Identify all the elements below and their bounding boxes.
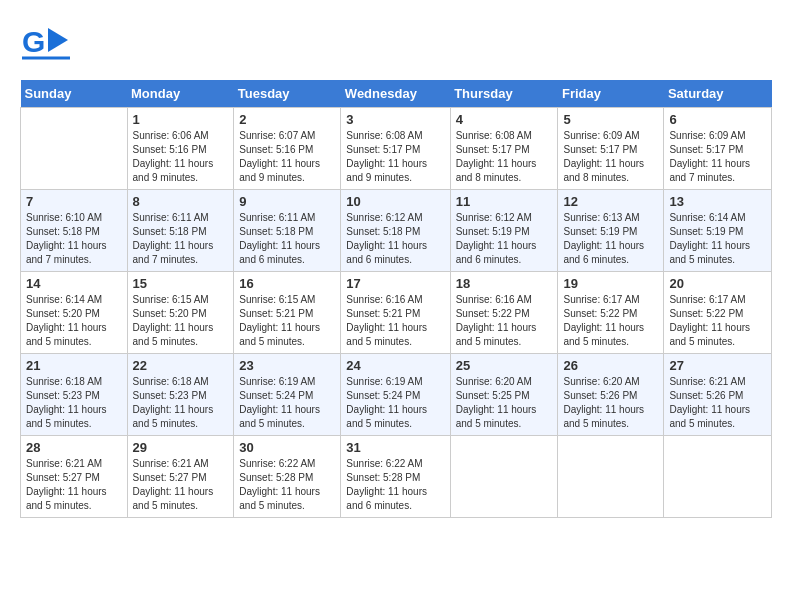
- day-number: 7: [26, 194, 122, 209]
- calendar-cell: 4Sunrise: 6:08 AM Sunset: 5:17 PM Daylig…: [450, 108, 558, 190]
- calendar-cell: 21Sunrise: 6:18 AM Sunset: 5:23 PM Dayli…: [21, 354, 128, 436]
- weekday-header: Wednesday: [341, 80, 450, 108]
- day-number: 18: [456, 276, 553, 291]
- calendar-cell: 1Sunrise: 6:06 AM Sunset: 5:16 PM Daylig…: [127, 108, 234, 190]
- weekday-header: Friday: [558, 80, 664, 108]
- calendar-cell: 24Sunrise: 6:19 AM Sunset: 5:24 PM Dayli…: [341, 354, 450, 436]
- day-detail: Sunrise: 6:09 AM Sunset: 5:17 PM Dayligh…: [563, 129, 658, 185]
- calendar-week-row: 28Sunrise: 6:21 AM Sunset: 5:27 PM Dayli…: [21, 436, 772, 518]
- day-detail: Sunrise: 6:14 AM Sunset: 5:20 PM Dayligh…: [26, 293, 122, 349]
- day-number: 19: [563, 276, 658, 291]
- calendar-cell: [21, 108, 128, 190]
- day-detail: Sunrise: 6:15 AM Sunset: 5:20 PM Dayligh…: [133, 293, 229, 349]
- day-number: 27: [669, 358, 766, 373]
- day-number: 1: [133, 112, 229, 127]
- weekday-header: Sunday: [21, 80, 128, 108]
- calendar-cell: 27Sunrise: 6:21 AM Sunset: 5:26 PM Dayli…: [664, 354, 772, 436]
- day-detail: Sunrise: 6:15 AM Sunset: 5:21 PM Dayligh…: [239, 293, 335, 349]
- day-detail: Sunrise: 6:11 AM Sunset: 5:18 PM Dayligh…: [133, 211, 229, 267]
- day-detail: Sunrise: 6:08 AM Sunset: 5:17 PM Dayligh…: [456, 129, 553, 185]
- calendar-cell: 10Sunrise: 6:12 AM Sunset: 5:18 PM Dayli…: [341, 190, 450, 272]
- calendar-cell: 14Sunrise: 6:14 AM Sunset: 5:20 PM Dayli…: [21, 272, 128, 354]
- calendar-cell: 26Sunrise: 6:20 AM Sunset: 5:26 PM Dayli…: [558, 354, 664, 436]
- day-number: 25: [456, 358, 553, 373]
- calendar-cell: 15Sunrise: 6:15 AM Sunset: 5:20 PM Dayli…: [127, 272, 234, 354]
- day-detail: Sunrise: 6:21 AM Sunset: 5:27 PM Dayligh…: [133, 457, 229, 513]
- weekday-header: Monday: [127, 80, 234, 108]
- day-number: 9: [239, 194, 335, 209]
- logo: G: [20, 20, 74, 70]
- day-detail: Sunrise: 6:09 AM Sunset: 5:17 PM Dayligh…: [669, 129, 766, 185]
- day-detail: Sunrise: 6:19 AM Sunset: 5:24 PM Dayligh…: [346, 375, 444, 431]
- day-detail: Sunrise: 6:12 AM Sunset: 5:19 PM Dayligh…: [456, 211, 553, 267]
- weekday-header: Thursday: [450, 80, 558, 108]
- day-detail: Sunrise: 6:14 AM Sunset: 5:19 PM Dayligh…: [669, 211, 766, 267]
- day-number: 23: [239, 358, 335, 373]
- calendar-cell: 2Sunrise: 6:07 AM Sunset: 5:16 PM Daylig…: [234, 108, 341, 190]
- day-detail: Sunrise: 6:12 AM Sunset: 5:18 PM Dayligh…: [346, 211, 444, 267]
- calendar-week-row: 14Sunrise: 6:14 AM Sunset: 5:20 PM Dayli…: [21, 272, 772, 354]
- day-detail: Sunrise: 6:17 AM Sunset: 5:22 PM Dayligh…: [669, 293, 766, 349]
- calendar-cell: 9Sunrise: 6:11 AM Sunset: 5:18 PM Daylig…: [234, 190, 341, 272]
- day-detail: Sunrise: 6:20 AM Sunset: 5:26 PM Dayligh…: [563, 375, 658, 431]
- day-detail: Sunrise: 6:19 AM Sunset: 5:24 PM Dayligh…: [239, 375, 335, 431]
- day-number: 15: [133, 276, 229, 291]
- calendar-table: SundayMondayTuesdayWednesdayThursdayFrid…: [20, 80, 772, 518]
- logo-icon: G: [20, 20, 70, 70]
- calendar-cell: 29Sunrise: 6:21 AM Sunset: 5:27 PM Dayli…: [127, 436, 234, 518]
- day-detail: Sunrise: 6:08 AM Sunset: 5:17 PM Dayligh…: [346, 129, 444, 185]
- calendar-cell: [450, 436, 558, 518]
- day-detail: Sunrise: 6:22 AM Sunset: 5:28 PM Dayligh…: [346, 457, 444, 513]
- day-number: 8: [133, 194, 229, 209]
- weekday-header: Tuesday: [234, 80, 341, 108]
- day-detail: Sunrise: 6:20 AM Sunset: 5:25 PM Dayligh…: [456, 375, 553, 431]
- calendar-cell: 3Sunrise: 6:08 AM Sunset: 5:17 PM Daylig…: [341, 108, 450, 190]
- calendar-cell: 7Sunrise: 6:10 AM Sunset: 5:18 PM Daylig…: [21, 190, 128, 272]
- day-number: 3: [346, 112, 444, 127]
- calendar-cell: 18Sunrise: 6:16 AM Sunset: 5:22 PM Dayli…: [450, 272, 558, 354]
- day-number: 12: [563, 194, 658, 209]
- day-detail: Sunrise: 6:13 AM Sunset: 5:19 PM Dayligh…: [563, 211, 658, 267]
- calendar-cell: 31Sunrise: 6:22 AM Sunset: 5:28 PM Dayli…: [341, 436, 450, 518]
- day-number: 30: [239, 440, 335, 455]
- day-number: 11: [456, 194, 553, 209]
- calendar-week-row: 7Sunrise: 6:10 AM Sunset: 5:18 PM Daylig…: [21, 190, 772, 272]
- calendar-cell: [664, 436, 772, 518]
- weekday-header: Saturday: [664, 80, 772, 108]
- calendar-cell: 13Sunrise: 6:14 AM Sunset: 5:19 PM Dayli…: [664, 190, 772, 272]
- svg-text:G: G: [22, 25, 45, 58]
- calendar-cell: 11Sunrise: 6:12 AM Sunset: 5:19 PM Dayli…: [450, 190, 558, 272]
- day-detail: Sunrise: 6:11 AM Sunset: 5:18 PM Dayligh…: [239, 211, 335, 267]
- calendar-header-row: SundayMondayTuesdayWednesdayThursdayFrid…: [21, 80, 772, 108]
- day-number: 26: [563, 358, 658, 373]
- calendar-cell: 25Sunrise: 6:20 AM Sunset: 5:25 PM Dayli…: [450, 354, 558, 436]
- calendar-cell: 30Sunrise: 6:22 AM Sunset: 5:28 PM Dayli…: [234, 436, 341, 518]
- page-header: G: [20, 20, 772, 70]
- day-detail: Sunrise: 6:10 AM Sunset: 5:18 PM Dayligh…: [26, 211, 122, 267]
- day-detail: Sunrise: 6:21 AM Sunset: 5:27 PM Dayligh…: [26, 457, 122, 513]
- day-number: 16: [239, 276, 335, 291]
- calendar-cell: 16Sunrise: 6:15 AM Sunset: 5:21 PM Dayli…: [234, 272, 341, 354]
- calendar-cell: 22Sunrise: 6:18 AM Sunset: 5:23 PM Dayli…: [127, 354, 234, 436]
- calendar-cell: 23Sunrise: 6:19 AM Sunset: 5:24 PM Dayli…: [234, 354, 341, 436]
- day-number: 10: [346, 194, 444, 209]
- day-detail: Sunrise: 6:18 AM Sunset: 5:23 PM Dayligh…: [26, 375, 122, 431]
- calendar-week-row: 21Sunrise: 6:18 AM Sunset: 5:23 PM Dayli…: [21, 354, 772, 436]
- calendar-cell: 12Sunrise: 6:13 AM Sunset: 5:19 PM Dayli…: [558, 190, 664, 272]
- day-number: 28: [26, 440, 122, 455]
- day-detail: Sunrise: 6:21 AM Sunset: 5:26 PM Dayligh…: [669, 375, 766, 431]
- calendar-cell: [558, 436, 664, 518]
- day-number: 20: [669, 276, 766, 291]
- calendar-cell: 20Sunrise: 6:17 AM Sunset: 5:22 PM Dayli…: [664, 272, 772, 354]
- calendar-cell: 28Sunrise: 6:21 AM Sunset: 5:27 PM Dayli…: [21, 436, 128, 518]
- day-number: 4: [456, 112, 553, 127]
- calendar-cell: 5Sunrise: 6:09 AM Sunset: 5:17 PM Daylig…: [558, 108, 664, 190]
- day-number: 21: [26, 358, 122, 373]
- day-number: 31: [346, 440, 444, 455]
- calendar-cell: 6Sunrise: 6:09 AM Sunset: 5:17 PM Daylig…: [664, 108, 772, 190]
- day-number: 22: [133, 358, 229, 373]
- day-detail: Sunrise: 6:22 AM Sunset: 5:28 PM Dayligh…: [239, 457, 335, 513]
- svg-marker-1: [48, 28, 68, 52]
- calendar-cell: 8Sunrise: 6:11 AM Sunset: 5:18 PM Daylig…: [127, 190, 234, 272]
- day-detail: Sunrise: 6:18 AM Sunset: 5:23 PM Dayligh…: [133, 375, 229, 431]
